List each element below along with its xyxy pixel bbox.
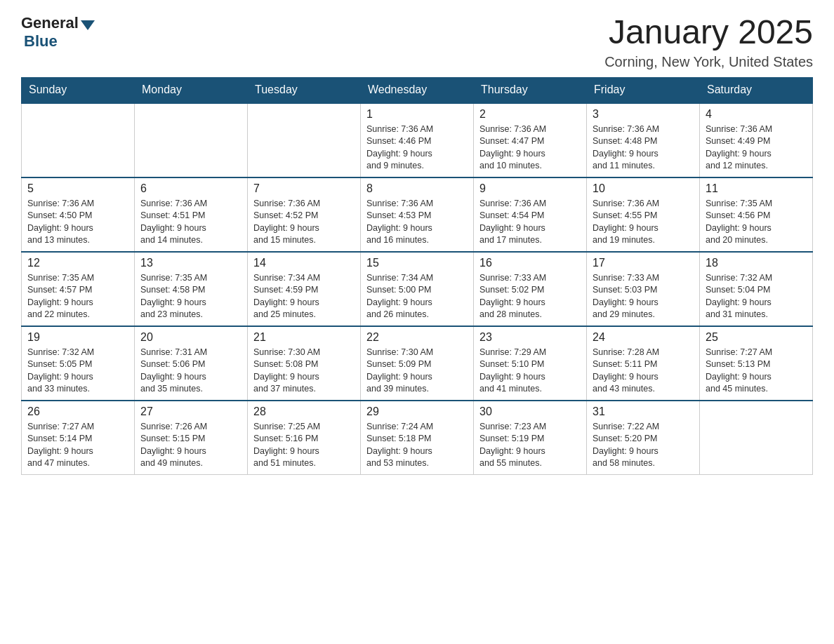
day-number: 22 xyxy=(366,331,468,344)
calendar-cell: 22Sunrise: 7:30 AM Sunset: 5:09 PM Dayli… xyxy=(361,326,474,401)
day-info: Sunrise: 7:36 AM Sunset: 4:46 PM Dayligh… xyxy=(366,123,468,173)
calendar-cell: 31Sunrise: 7:22 AM Sunset: 5:20 PM Dayli… xyxy=(587,401,700,475)
column-header-wednesday: Wednesday xyxy=(361,77,474,102)
calendar-cell: 27Sunrise: 7:26 AM Sunset: 5:15 PM Dayli… xyxy=(135,401,248,475)
day-info: Sunrise: 7:34 AM Sunset: 4:59 PM Dayligh… xyxy=(253,272,355,321)
day-number: 14 xyxy=(253,257,355,269)
calendar-cell: 21Sunrise: 7:30 AM Sunset: 5:08 PM Dayli… xyxy=(248,326,361,401)
day-info: Sunrise: 7:28 AM Sunset: 5:11 PM Dayligh… xyxy=(593,347,694,396)
day-info: Sunrise: 7:36 AM Sunset: 4:49 PM Dayligh… xyxy=(706,123,807,173)
day-number: 11 xyxy=(706,182,807,195)
day-number: 4 xyxy=(706,108,807,121)
day-info: Sunrise: 7:22 AM Sunset: 5:20 PM Dayligh… xyxy=(593,421,694,470)
day-number: 21 xyxy=(253,331,355,344)
calendar-cell: 13Sunrise: 7:35 AM Sunset: 4:58 PM Dayli… xyxy=(135,252,248,326)
calendar-header-row: SundayMondayTuesdayWednesdayThursdayFrid… xyxy=(22,77,813,102)
day-info: Sunrise: 7:32 AM Sunset: 5:04 PM Dayligh… xyxy=(706,272,807,321)
day-number: 5 xyxy=(27,182,128,195)
day-info: Sunrise: 7:35 AM Sunset: 4:58 PM Dayligh… xyxy=(140,272,241,321)
calendar-cell xyxy=(22,102,135,177)
calendar-cell: 20Sunrise: 7:31 AM Sunset: 5:06 PM Dayli… xyxy=(135,326,248,401)
column-header-thursday: Thursday xyxy=(474,77,587,102)
logo-general: General xyxy=(21,14,79,32)
logo-arrow-icon xyxy=(81,20,95,30)
day-number: 28 xyxy=(253,405,355,418)
day-number: 12 xyxy=(27,257,128,269)
column-header-tuesday: Tuesday xyxy=(248,77,361,102)
day-number: 31 xyxy=(593,405,694,418)
day-info: Sunrise: 7:33 AM Sunset: 5:03 PM Dayligh… xyxy=(593,272,694,321)
day-info: Sunrise: 7:27 AM Sunset: 5:14 PM Dayligh… xyxy=(27,421,128,470)
day-number: 23 xyxy=(479,331,581,344)
calendar-cell: 30Sunrise: 7:23 AM Sunset: 5:19 PM Dayli… xyxy=(474,401,587,475)
calendar-cell xyxy=(248,102,361,177)
day-info: Sunrise: 7:23 AM Sunset: 5:19 PM Dayligh… xyxy=(479,421,581,470)
day-info: Sunrise: 7:36 AM Sunset: 4:48 PM Dayligh… xyxy=(593,123,694,173)
day-info: Sunrise: 7:31 AM Sunset: 5:06 PM Dayligh… xyxy=(140,347,241,396)
calendar-cell: 11Sunrise: 7:35 AM Sunset: 4:56 PM Dayli… xyxy=(700,177,813,252)
day-number: 15 xyxy=(366,257,468,269)
day-info: Sunrise: 7:30 AM Sunset: 5:08 PM Dayligh… xyxy=(253,347,355,396)
column-header-monday: Monday xyxy=(135,77,248,102)
logo: General Blue xyxy=(21,14,95,51)
day-number: 17 xyxy=(593,257,694,269)
day-info: Sunrise: 7:36 AM Sunset: 4:53 PM Dayligh… xyxy=(366,198,468,247)
calendar-cell: 18Sunrise: 7:32 AM Sunset: 5:04 PM Dayli… xyxy=(700,252,813,326)
day-number: 26 xyxy=(27,405,128,418)
main-title: January 2025 xyxy=(604,14,813,51)
calendar-cell: 1Sunrise: 7:36 AM Sunset: 4:46 PM Daylig… xyxy=(361,102,474,177)
day-number: 1 xyxy=(366,108,468,121)
day-number: 16 xyxy=(479,257,581,269)
day-number: 3 xyxy=(593,108,694,121)
day-info: Sunrise: 7:35 AM Sunset: 4:57 PM Dayligh… xyxy=(27,272,128,321)
calendar-cell: 28Sunrise: 7:25 AM Sunset: 5:16 PM Dayli… xyxy=(248,401,361,475)
calendar-cell: 2Sunrise: 7:36 AM Sunset: 4:47 PM Daylig… xyxy=(474,102,587,177)
calendar-week-4: 19Sunrise: 7:32 AM Sunset: 5:05 PM Dayli… xyxy=(22,326,813,401)
calendar-cell: 24Sunrise: 7:28 AM Sunset: 5:11 PM Dayli… xyxy=(587,326,700,401)
calendar-cell: 8Sunrise: 7:36 AM Sunset: 4:53 PM Daylig… xyxy=(361,177,474,252)
day-info: Sunrise: 7:30 AM Sunset: 5:09 PM Dayligh… xyxy=(366,347,468,396)
calendar-cell: 15Sunrise: 7:34 AM Sunset: 5:00 PM Dayli… xyxy=(361,252,474,326)
day-number: 30 xyxy=(479,405,581,418)
day-info: Sunrise: 7:27 AM Sunset: 5:13 PM Dayligh… xyxy=(706,347,807,396)
calendar-cell: 16Sunrise: 7:33 AM Sunset: 5:02 PM Dayli… xyxy=(474,252,587,326)
calendar-cell: 3Sunrise: 7:36 AM Sunset: 4:48 PM Daylig… xyxy=(587,102,700,177)
day-info: Sunrise: 7:33 AM Sunset: 5:02 PM Dayligh… xyxy=(479,272,581,321)
calendar-cell: 17Sunrise: 7:33 AM Sunset: 5:03 PM Dayli… xyxy=(587,252,700,326)
day-info: Sunrise: 7:26 AM Sunset: 5:15 PM Dayligh… xyxy=(140,421,241,470)
day-info: Sunrise: 7:35 AM Sunset: 4:56 PM Dayligh… xyxy=(706,198,807,247)
day-info: Sunrise: 7:36 AM Sunset: 4:54 PM Dayligh… xyxy=(479,198,581,247)
calendar-cell: 29Sunrise: 7:24 AM Sunset: 5:18 PM Dayli… xyxy=(361,401,474,475)
column-header-saturday: Saturday xyxy=(700,77,813,102)
calendar-week-5: 26Sunrise: 7:27 AM Sunset: 5:14 PM Dayli… xyxy=(22,401,813,475)
day-info: Sunrise: 7:32 AM Sunset: 5:05 PM Dayligh… xyxy=(27,347,128,396)
calendar-cell: 19Sunrise: 7:32 AM Sunset: 5:05 PM Dayli… xyxy=(22,326,135,401)
day-number: 7 xyxy=(253,182,355,195)
day-number: 13 xyxy=(140,257,241,269)
day-number: 8 xyxy=(366,182,468,195)
calendar-week-3: 12Sunrise: 7:35 AM Sunset: 4:57 PM Dayli… xyxy=(22,252,813,326)
subtitle: Corning, New York, United States xyxy=(604,54,813,70)
day-info: Sunrise: 7:36 AM Sunset: 4:55 PM Dayligh… xyxy=(593,198,694,247)
day-info: Sunrise: 7:24 AM Sunset: 5:18 PM Dayligh… xyxy=(366,421,468,470)
calendar-cell: 9Sunrise: 7:36 AM Sunset: 4:54 PM Daylig… xyxy=(474,177,587,252)
day-info: Sunrise: 7:25 AM Sunset: 5:16 PM Dayligh… xyxy=(253,421,355,470)
day-number: 2 xyxy=(479,108,581,121)
day-info: Sunrise: 7:36 AM Sunset: 4:51 PM Dayligh… xyxy=(140,198,241,247)
day-info: Sunrise: 7:34 AM Sunset: 5:00 PM Dayligh… xyxy=(366,272,468,321)
calendar-cell: 4Sunrise: 7:36 AM Sunset: 4:49 PM Daylig… xyxy=(700,102,813,177)
calendar-week-1: 1Sunrise: 7:36 AM Sunset: 4:46 PM Daylig… xyxy=(22,102,813,177)
day-info: Sunrise: 7:36 AM Sunset: 4:50 PM Dayligh… xyxy=(27,198,128,247)
calendar-cell: 25Sunrise: 7:27 AM Sunset: 5:13 PM Dayli… xyxy=(700,326,813,401)
calendar-cell xyxy=(135,102,248,177)
day-number: 27 xyxy=(140,405,241,418)
calendar-cell: 12Sunrise: 7:35 AM Sunset: 4:57 PM Dayli… xyxy=(22,252,135,326)
column-header-sunday: Sunday xyxy=(22,77,135,102)
day-number: 19 xyxy=(27,331,128,344)
day-number: 29 xyxy=(366,405,468,418)
calendar-cell: 14Sunrise: 7:34 AM Sunset: 4:59 PM Dayli… xyxy=(248,252,361,326)
page-header: General Blue January 2025 Corning, New Y… xyxy=(21,14,813,70)
day-number: 6 xyxy=(140,182,241,195)
calendar-table: SundayMondayTuesdayWednesdayThursdayFrid… xyxy=(21,77,813,475)
day-info: Sunrise: 7:36 AM Sunset: 4:52 PM Dayligh… xyxy=(253,198,355,247)
